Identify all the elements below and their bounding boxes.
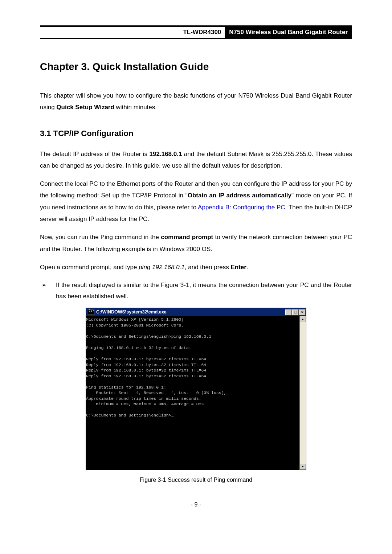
chapter-title: Chapter 3. Quick Installation Guide [40,61,352,73]
p4a: Now, you can run the Ping command in the [40,234,161,241]
p5e: . [246,264,248,271]
figure-caption: Figure 3-1 Success result of Ping comman… [40,477,352,483]
close-button[interactable]: × [299,309,306,315]
header-model: TL-WDR4300 [183,27,225,38]
connect-paragraph: Connect the local PC to the Ethernet por… [40,178,352,225]
ping-command-italic: ping 192.168.0.1 [139,264,185,271]
page-number: - 9 - [40,501,352,508]
cmd-icon-text: C:\ [89,309,94,312]
obtain-ip-bold: Obtain an IP address automatically [188,192,291,199]
p2a: The default IP address of the Router is [40,151,150,157]
intro-quick-setup: Quick Setup Wizard [56,104,114,111]
cmd-scrollbar[interactable]: ▴ ▾ [299,316,306,470]
cmd-output: Microsoft Windows XP [Version 5.1.2600] … [86,316,299,470]
scroll-up-icon[interactable]: ▴ [300,316,306,322]
default-ip-paragraph: The default IP address of the Router is … [40,148,352,172]
bullet-marker-icon: ➢ [40,280,56,302]
minimize-button[interactable]: _ [285,309,292,315]
cmd-titlebar: C:\ C:\WINDOWS\system32\cmd.exe _ □ × [86,308,306,316]
bullet-text: If the result displayed is similar to th… [56,280,352,302]
scroll-down-icon[interactable]: ▾ [300,464,306,470]
open-cmd-paragraph: Open a command prompt, and type ping 192… [40,262,352,273]
p5a: Open a command prompt, and type [40,264,139,271]
command-prompt-bold: command prompt [161,234,213,241]
intro-paragraph: This chapter will show you how to config… [40,90,352,114]
section-title: 3.1 TCP/IP Configuration [40,129,352,138]
default-ip-value: 192.168.0.1 [150,151,182,157]
ping-paragraph: Now, you can run the Ping command in the… [40,231,352,255]
p5c: , and then press [185,264,231,271]
maximize-button[interactable]: □ [292,309,299,315]
cmd-window: C:\ C:\WINDOWS\system32\cmd.exe _ □ × Mi… [86,308,306,470]
intro-text-c: within minutes. [114,104,157,111]
bullet-item: ➢ If the result displayed is similar to … [40,280,352,302]
cmd-icon: C:\ [88,309,94,315]
header-description: N750 Wireless Dual Band Gigabit Router [225,27,352,38]
page-header: TL-WDR4300 N750 Wireless Dual Band Gigab… [40,25,352,39]
enter-bold: Enter [230,264,246,271]
cmd-title-text: C:\WINDOWS\system32\cmd.exe [96,309,285,315]
appendix-b-link[interactable]: Appendix B: Configuring the PC [198,204,285,211]
scroll-track[interactable] [300,322,306,464]
